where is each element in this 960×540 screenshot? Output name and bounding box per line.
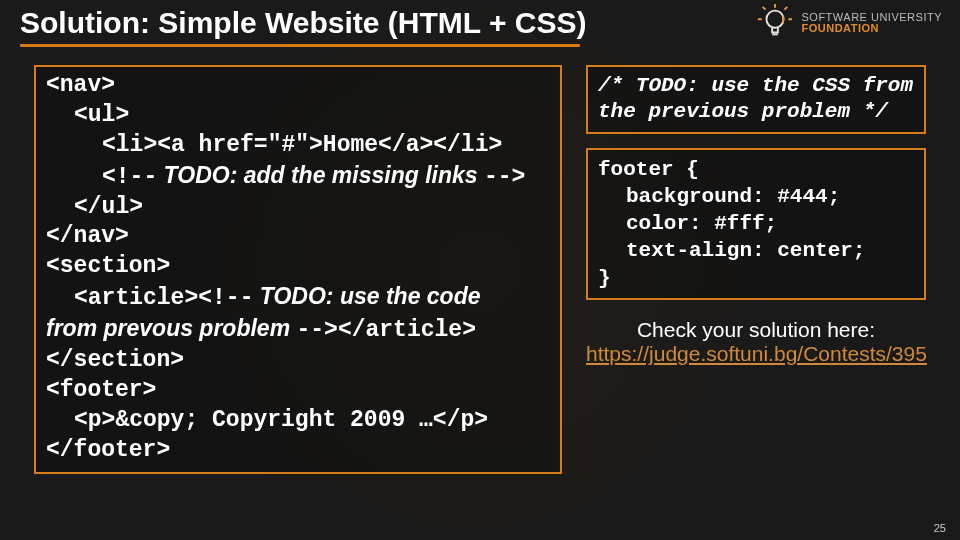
code-line: <li><a href="#">Home</a></li>	[46, 131, 550, 161]
code-line: <nav>	[46, 71, 550, 101]
lightbulb-icon	[756, 4, 794, 42]
code-line: </section>	[46, 346, 550, 376]
brand-logo: SOFTWARE UNIVERSITY FOUNDATION	[756, 4, 943, 42]
code-token: </article>	[338, 317, 476, 343]
code-line: footer {	[598, 156, 914, 183]
code-line: <footer>	[46, 376, 550, 406]
code-line: <!-- TODO: add the missing links -->	[46, 161, 550, 193]
code-token: <article>	[74, 285, 198, 311]
code-line: /* TODO: use the CSS from	[598, 73, 914, 99]
svg-point-0	[766, 11, 783, 28]
code-line: text-align: center;	[598, 237, 914, 264]
code-comment: from prevous problem	[46, 315, 296, 341]
code-line: from prevous problem --></article>	[46, 314, 550, 346]
code-line: <p>&copy; Copyright 2009 …</p>	[46, 406, 550, 436]
code-line: color: #fff;	[598, 210, 914, 237]
code-line: </ul>	[46, 193, 550, 223]
logo-line2: FOUNDATION	[802, 23, 943, 34]
code-line: </nav>	[46, 222, 550, 252]
code-comment: TODO: use the code	[253, 283, 480, 309]
code-token: -->	[296, 317, 337, 343]
logo-text: SOFTWARE UNIVERSITY FOUNDATION	[802, 12, 943, 34]
code-token: <!--	[198, 285, 253, 311]
page-title: Solution: Simple Website (HTML + CSS)	[20, 6, 586, 40]
code-block-html: <nav> <ul> <li><a href="#">Home</a></li>…	[34, 65, 562, 474]
code-block-css: footer { background: #444; color: #fff; …	[586, 148, 926, 300]
code-line: }	[598, 265, 914, 292]
page-number: 25	[934, 522, 946, 534]
code-comment: TODO: add the missing links	[157, 162, 484, 188]
code-line: the previous problem */	[598, 99, 914, 125]
code-line: <section>	[46, 252, 550, 282]
check-label: Check your solution here:	[586, 318, 926, 342]
code-line: <article><!-- TODO: use the code	[46, 282, 550, 314]
code-line: background: #444;	[598, 183, 914, 210]
code-token: <!--	[102, 164, 157, 190]
code-token: -->	[484, 164, 525, 190]
code-block-css-comment: /* TODO: use the CSS from the previous p…	[586, 65, 926, 134]
judge-link[interactable]: https://judge.softuni.bg/Contests/395	[586, 342, 927, 365]
code-line: </footer>	[46, 436, 550, 466]
code-line: <ul>	[46, 101, 550, 131]
